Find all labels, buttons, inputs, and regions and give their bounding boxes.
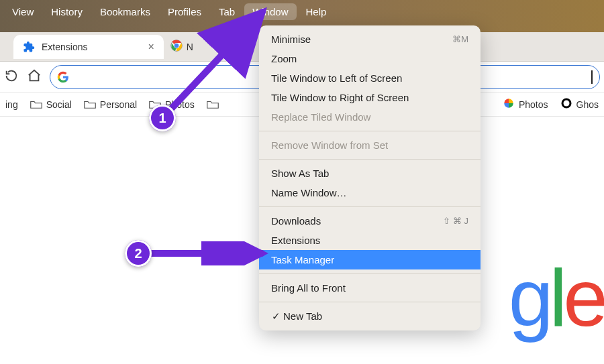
annotation-badge-2: 2 bbox=[125, 240, 152, 267]
bookmark-label: Personal bbox=[100, 99, 137, 110]
home-icon[interactable] bbox=[27, 68, 42, 86]
svg-point-1 bbox=[174, 44, 179, 48]
menu-separator bbox=[259, 274, 481, 274]
menu-extensions[interactable]: Extensions bbox=[259, 231, 481, 250]
menu-window[interactable]: Window bbox=[244, 3, 296, 20]
tab-extensions[interactable]: Extensions × bbox=[13, 35, 164, 59]
menu-new-tab[interactable]: ✓New Tab bbox=[259, 306, 481, 326]
menu-tile-right[interactable]: Tile Window to Right of Screen bbox=[259, 88, 481, 107]
menubar: View History Bookmarks Profiles Tab Wind… bbox=[0, 0, 604, 23]
tab-label: Extensions bbox=[42, 42, 87, 52]
google-photos-icon bbox=[503, 97, 515, 111]
tab-label: N bbox=[187, 42, 193, 52]
bookmark-item[interactable]: ing bbox=[5, 99, 18, 110]
bookmark-label: ing bbox=[5, 99, 18, 110]
caret bbox=[591, 70, 593, 84]
window-menu-dropdown: Minimise⌘M Zoom Tile Window to Left of S… bbox=[259, 25, 481, 330]
menu-separator bbox=[259, 206, 481, 207]
menu-history[interactable]: History bbox=[43, 3, 91, 20]
bookmark-label: Ghos bbox=[576, 99, 599, 110]
close-icon[interactable]: × bbox=[148, 41, 154, 53]
check-icon: ✓ bbox=[271, 310, 281, 322]
menu-help[interactable]: Help bbox=[298, 3, 335, 20]
menu-separator bbox=[259, 302, 481, 302]
reload-icon[interactable] bbox=[4, 68, 19, 86]
google-g-icon bbox=[57, 71, 69, 83]
menu-remove-from-set: Remove Window from Set bbox=[259, 135, 481, 155]
menu-task-manager[interactable]: Task Manager bbox=[259, 250, 481, 269]
menu-tile-left[interactable]: Tile Window to Left of Screen bbox=[259, 68, 481, 88]
bookmark-folder-truncated[interactable] bbox=[207, 99, 219, 110]
menu-tab[interactable]: Tab bbox=[211, 3, 243, 20]
menu-bookmarks[interactable]: Bookmarks bbox=[92, 3, 158, 20]
menu-profiles[interactable]: Profiles bbox=[160, 3, 209, 20]
bookmark-folder-personal[interactable]: Personal bbox=[84, 99, 137, 110]
bookmark-label: Photos bbox=[519, 99, 548, 110]
menu-bring-all-front[interactable]: Bring All to Front bbox=[259, 278, 481, 298]
menu-name-window[interactable]: Name Window… bbox=[259, 183, 481, 202]
bookmark-google-photos[interactable]: Photos bbox=[503, 97, 548, 111]
svg-point-3 bbox=[563, 101, 569, 107]
menu-separator bbox=[259, 159, 481, 160]
annotation-badge-1: 1 bbox=[149, 105, 176, 131]
menu-minimise[interactable]: Minimise⌘M bbox=[259, 29, 481, 49]
menu-downloads[interactable]: Downloads⇧ ⌘ J bbox=[259, 211, 481, 231]
bookmark-ghostery[interactable]: Ghos bbox=[560, 97, 599, 111]
tab-new[interactable]: N bbox=[164, 34, 200, 59]
chrome-icon bbox=[170, 40, 183, 54]
menu-show-as-tab[interactable]: Show As Tab bbox=[259, 164, 481, 183]
bookmark-folder-social[interactable]: Social bbox=[30, 99, 72, 110]
google-logo-partial: gle bbox=[509, 251, 604, 344]
menu-replace-tiled: Replace Tiled Window bbox=[259, 107, 481, 127]
menu-zoom[interactable]: Zoom bbox=[259, 49, 481, 68]
bookmark-label: Social bbox=[46, 99, 72, 110]
ghostery-icon bbox=[560, 97, 572, 111]
menu-separator bbox=[259, 131, 481, 131]
puzzle-icon bbox=[23, 41, 35, 53]
menu-view[interactable]: View bbox=[4, 3, 42, 20]
